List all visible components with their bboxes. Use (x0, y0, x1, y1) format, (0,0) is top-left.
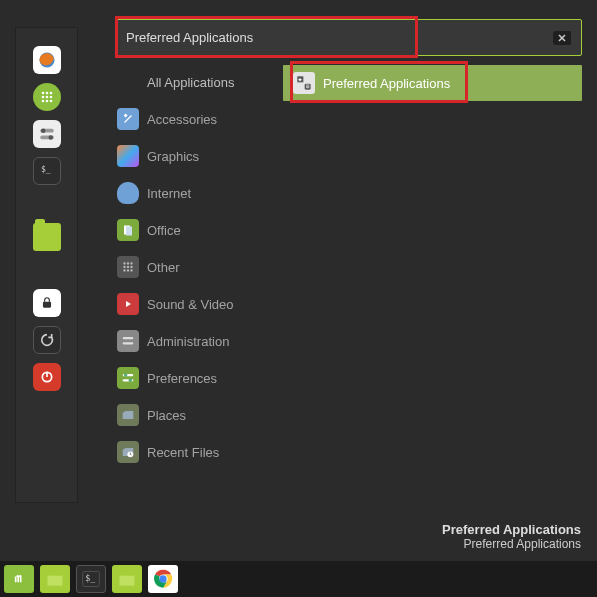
category-preferences[interactable]: Preferences (115, 361, 273, 395)
all-apps-icon (117, 71, 139, 93)
svg-point-6 (49, 96, 52, 99)
office-icon (117, 219, 139, 241)
search-field[interactable] (115, 19, 582, 56)
category-sound-video[interactable]: Sound & Video (115, 287, 273, 321)
svg-rect-19 (126, 227, 132, 236)
administration-icon (117, 330, 139, 352)
other-icon (117, 256, 139, 278)
result-preferred-applications[interactable]: Preferred Applications (283, 65, 582, 101)
category-label: Internet (147, 186, 191, 201)
category-administration[interactable]: Administration (115, 324, 273, 358)
category-other[interactable]: Other (115, 250, 273, 284)
app-description: Preferred Applications Preferred Applica… (442, 522, 581, 551)
taskbar-files-open-icon[interactable] (112, 565, 142, 593)
files-icon[interactable] (33, 223, 61, 251)
accessories-icon (117, 108, 139, 130)
toggles-icon[interactable] (33, 120, 61, 148)
category-label: Administration (147, 334, 229, 349)
clear-search-icon[interactable] (553, 31, 571, 45)
app-description-subtitle: Preferred Applications (442, 537, 581, 551)
svg-point-28 (130, 269, 132, 271)
category-label: Recent Files (147, 445, 219, 460)
power-icon[interactable] (33, 363, 61, 391)
svg-text:$_: $_ (41, 165, 51, 174)
svg-text:$_: $_ (85, 573, 96, 583)
launcher-panel: $_ (15, 27, 78, 503)
mint-menu-icon[interactable] (4, 565, 34, 593)
recent-files-icon (117, 441, 139, 463)
svg-point-22 (130, 262, 132, 264)
category-places[interactable]: Places (115, 398, 273, 432)
svg-point-7 (41, 100, 44, 103)
sound-video-icon (117, 293, 139, 315)
preferred-apps-icon (293, 72, 315, 94)
firefox-icon[interactable] (33, 46, 61, 74)
internet-icon (117, 182, 139, 204)
result-label: Preferred Applications (323, 76, 450, 91)
category-label: Office (147, 223, 181, 238)
taskbar-chrome-icon[interactable] (148, 565, 178, 593)
svg-point-8 (45, 100, 48, 103)
category-label: All Applications (147, 75, 234, 90)
svg-point-4 (41, 96, 44, 99)
taskbar-terminal-icon[interactable]: $_ (76, 565, 106, 593)
svg-point-9 (49, 100, 52, 103)
apps-icon[interactable] (33, 83, 61, 111)
svg-point-21 (127, 262, 129, 264)
svg-point-24 (127, 266, 129, 268)
svg-point-33 (124, 373, 128, 377)
svg-rect-42 (120, 576, 135, 586)
svg-point-5 (45, 96, 48, 99)
terminal-icon[interactable]: $_ (33, 157, 61, 185)
search-input[interactable] (126, 30, 553, 45)
category-label: Sound & Video (147, 297, 234, 312)
places-icon (117, 404, 139, 426)
graphics-icon (117, 145, 139, 167)
category-label: Graphics (147, 149, 199, 164)
category-label: Preferences (147, 371, 217, 386)
svg-point-13 (48, 135, 53, 140)
category-label: Accessories (147, 112, 217, 127)
taskbar-files-icon[interactable] (40, 565, 70, 593)
svg-rect-30 (123, 342, 134, 344)
category-all-applications[interactable]: All Applications (115, 65, 273, 99)
application-menu: All Applications Accessories Graphics In… (115, 19, 582, 469)
svg-point-34 (129, 379, 133, 383)
svg-point-2 (45, 92, 48, 95)
category-internet[interactable]: Internet (115, 176, 273, 210)
results-list: Preferred Applications (283, 65, 582, 469)
svg-rect-29 (123, 337, 134, 339)
category-recent-files[interactable]: Recent Files (115, 435, 273, 469)
category-label: Other (147, 260, 180, 275)
svg-point-27 (127, 269, 129, 271)
svg-point-23 (123, 266, 125, 268)
svg-point-11 (41, 128, 46, 133)
preferences-icon (117, 367, 139, 389)
lock-icon[interactable] (33, 289, 61, 317)
category-office[interactable]: Office (115, 213, 273, 247)
svg-rect-15 (42, 302, 50, 308)
app-description-title: Preferred Applications (442, 522, 581, 537)
category-graphics[interactable]: Graphics (115, 139, 273, 173)
taskbar: $_ (0, 561, 597, 597)
category-label: Places (147, 408, 186, 423)
svg-point-45 (160, 576, 166, 582)
svg-point-25 (130, 266, 132, 268)
svg-point-1 (41, 92, 44, 95)
svg-rect-39 (48, 576, 63, 586)
svg-point-3 (49, 92, 52, 95)
svg-point-26 (123, 269, 125, 271)
svg-point-20 (123, 262, 125, 264)
category-accessories[interactable]: Accessories (115, 102, 273, 136)
category-list: All Applications Accessories Graphics In… (115, 65, 273, 469)
reload-icon[interactable] (33, 326, 61, 354)
